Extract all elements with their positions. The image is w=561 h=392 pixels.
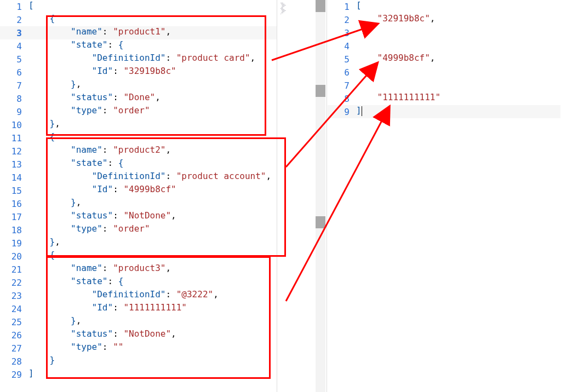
code-content[interactable]: "status": "NotDone",: [28, 328, 277, 342]
code-content[interactable]: },: [28, 79, 277, 92]
code-content[interactable]: ]: [28, 368, 277, 381]
left-line[interactable]: 2 {: [0, 13, 277, 26]
line-number: 6: [328, 67, 356, 78]
code-content[interactable]: },: [28, 315, 277, 328]
code-content[interactable]: [356, 39, 560, 53]
left-line[interactable]: 6 "Id": "32919b8c": [0, 66, 277, 79]
code-content[interactable]: [356, 79, 560, 92]
line-number: 22: [0, 278, 28, 288]
right-line[interactable]: 3: [328, 26, 560, 39]
code-content[interactable]: }: [28, 355, 277, 368]
code-content[interactable]: ]: [356, 105, 560, 118]
line-number: 12: [0, 146, 28, 157]
left-line[interactable]: 1[: [0, 0, 277, 13]
right-line[interactable]: 4: [328, 39, 560, 53]
code-content[interactable]: "DefinitionId": "product account",: [28, 171, 277, 184]
code-content[interactable]: [: [356, 0, 560, 13]
line-number: 24: [0, 304, 28, 314]
left-line[interactable]: 8 "status": "Done",: [0, 92, 277, 105]
code-content[interactable]: [: [28, 0, 277, 13]
right-code-lines[interactable]: 1[2 "32919b8c",345 "4999b8cf",678 "11111…: [328, 0, 560, 118]
line-number: 17: [0, 212, 28, 222]
code-content[interactable]: "state": {: [28, 158, 277, 171]
left-line[interactable]: 26 "status": "NotDone",: [0, 328, 277, 342]
code-content[interactable]: {: [28, 13, 277, 26]
code-content[interactable]: },: [28, 118, 277, 131]
line-number: 5: [0, 54, 28, 65]
code-content[interactable]: "type": "order": [28, 223, 277, 237]
code-content[interactable]: "Id": "32919b8c": [28, 66, 277, 79]
left-line[interactable]: 22 "state": {: [0, 276, 277, 289]
code-content[interactable]: [356, 66, 560, 79]
code-content[interactable]: "type": "order": [28, 105, 277, 118]
line-number: 8: [0, 94, 28, 104]
right-line[interactable]: 8 "1111111111": [328, 92, 560, 105]
left-line[interactable]: 15 "Id": "4999b8cf": [0, 184, 277, 197]
left-line[interactable]: 28 }: [0, 355, 277, 368]
left-line[interactable]: 14 "DefinitionId": "product account",: [0, 171, 277, 184]
diff-marker: [316, 85, 325, 97]
line-number: 19: [0, 238, 28, 249]
code-content[interactable]: "name": "product1",: [28, 26, 277, 39]
line-number: 9: [0, 107, 28, 117]
left-line[interactable]: 25 },: [0, 315, 277, 328]
code-content[interactable]: {: [28, 250, 277, 263]
right-editor-pane[interactable]: 1[2 "32919b8c",345 "4999b8cf",678 "11111…: [328, 0, 560, 392]
line-number: 18: [0, 225, 28, 235]
line-number: 23: [0, 291, 28, 301]
left-line[interactable]: 3 "name": "product1",: [0, 26, 277, 39]
code-content[interactable]: "name": "product2",: [28, 145, 277, 158]
code-content[interactable]: "Id": "4999b8cf": [28, 184, 277, 197]
left-line[interactable]: 4 "state": {: [0, 39, 277, 53]
left-line[interactable]: 18 "type": "order": [0, 223, 277, 237]
right-line[interactable]: 2 "32919b8c",: [328, 13, 560, 26]
code-content[interactable]: "4999b8cf",: [356, 53, 560, 66]
diff-marker: [316, 0, 325, 12]
right-line[interactable]: 6: [328, 66, 560, 79]
line-number: 4: [328, 41, 356, 51]
code-content[interactable]: {: [28, 131, 277, 145]
code-content[interactable]: },: [28, 237, 277, 250]
left-editor-pane[interactable]: 1[2 {3 "name": "product1",4 "state": {5 …: [0, 0, 277, 392]
left-line[interactable]: 12 "name": "product2",: [0, 145, 277, 158]
right-line[interactable]: 5 "4999b8cf",: [328, 53, 560, 66]
left-line[interactable]: 19 },: [0, 237, 277, 250]
left-line[interactable]: 29]: [0, 368, 277, 381]
right-line[interactable]: 9]: [328, 105, 560, 118]
left-line[interactable]: 11 {: [0, 131, 277, 145]
left-code-lines[interactable]: 1[2 {3 "name": "product1",4 "state": {5 …: [0, 0, 277, 381]
left-line[interactable]: 10 },: [0, 118, 277, 131]
minimap-content: ▬▬▬▬ ▬▬▬▬▬ ▬▬▬▬▬▬ ▬▬▬▬ ▬▬▬▬▬▬▬ ▬▬▬▬▬ ▬▬▬…: [280, 2, 302, 54]
code-content[interactable]: "name": "product3",: [28, 263, 277, 276]
line-number: 25: [0, 317, 28, 327]
left-line[interactable]: 7 },: [0, 79, 277, 92]
code-content[interactable]: },: [28, 197, 277, 210]
left-line[interactable]: 17 "status": "NotDone",: [0, 210, 277, 223]
code-content[interactable]: "state": {: [28, 39, 277, 53]
left-line[interactable]: 23 "DefinitionId": "@3222",: [0, 289, 277, 302]
code-content[interactable]: "Id": "1111111111": [28, 302, 277, 315]
line-number: 20: [0, 251, 28, 262]
code-content[interactable]: "status": "Done",: [28, 92, 277, 105]
left-line[interactable]: 27 "type": "": [0, 342, 277, 355]
left-line[interactable]: 21 "name": "product3",: [0, 263, 277, 276]
left-line[interactable]: 24 "Id": "1111111111": [0, 302, 277, 315]
code-content[interactable]: "32919b8c",: [356, 13, 560, 26]
left-line[interactable]: 9 "type": "order": [0, 105, 277, 118]
line-number: 1: [0, 2, 28, 12]
left-line[interactable]: 20 {: [0, 250, 277, 263]
code-content[interactable]: "type": "": [28, 342, 277, 355]
code-content[interactable]: "status": "NotDone",: [28, 210, 277, 223]
code-content[interactable]: "DefinitionId": "product card",: [28, 53, 277, 66]
right-line[interactable]: 1[: [328, 0, 560, 13]
left-line[interactable]: 13 "state": {: [0, 158, 277, 171]
scrollbar-slab[interactable]: [316, 0, 325, 392]
right-line[interactable]: 7: [328, 79, 560, 92]
code-content[interactable]: "DefinitionId": "@3222",: [28, 289, 277, 302]
code-content[interactable]: [356, 26, 560, 39]
left-line[interactable]: 16 },: [0, 197, 277, 210]
code-content[interactable]: "state": {: [28, 276, 277, 289]
code-content[interactable]: "1111111111": [356, 92, 560, 105]
line-number: 26: [0, 330, 28, 341]
left-line[interactable]: 5 "DefinitionId": "product card",: [0, 53, 277, 66]
